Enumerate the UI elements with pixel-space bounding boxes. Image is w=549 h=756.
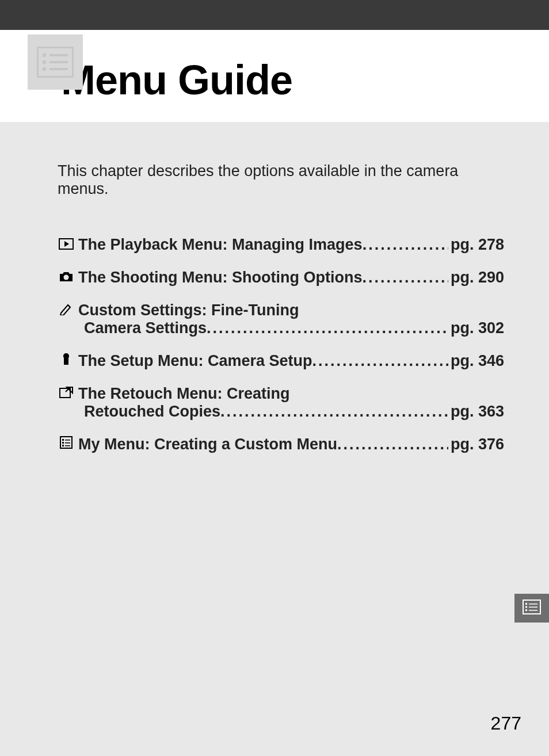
toc-page: pg. 346 [448,352,504,370]
toc-label-line2: Camera Settings [58,319,207,337]
menu-list-icon [523,600,541,617]
playback-icon [58,237,75,251]
svg-rect-17 [65,445,70,446]
svg-rect-1 [43,54,46,57]
pencil-icon [58,302,75,316]
wrench-icon [58,352,75,366]
toc-page: pg. 302 [448,319,504,337]
menu-list-icon [28,35,83,90]
toc-page: pg. 363 [448,403,504,421]
toc-item-shooting: The Shooting Menu: Shooting Options pg. … [58,269,504,287]
toc-dots [362,269,448,287]
svg-rect-16 [62,445,64,446]
toc-item-setup: The Setup Menu: Camera Setup pg. 346 [58,352,504,370]
svg-rect-2 [49,54,68,56]
svg-rect-24 [529,610,537,611]
svg-rect-13 [65,440,70,441]
toc-dots [312,352,448,370]
toc-page: pg. 290 [448,269,504,287]
toc-label: The Playback Menu: Managing Images [78,236,363,254]
toc-label: The Shooting Menu: Shooting Options [78,269,362,287]
svg-rect-19 [525,603,527,605]
retouch-icon [58,385,75,399]
svg-rect-21 [525,606,527,608]
section-tab [514,594,549,623]
chapter-title: Menu Guide [28,40,549,104]
svg-rect-4 [49,61,68,63]
toc-label-line2: Retouched Copies [58,403,220,421]
toc-label: The Setup Menu: Camera Setup [78,352,312,370]
svg-marker-8 [64,241,69,247]
svg-point-9 [64,275,69,280]
chapter-heading-block: Menu Guide [0,30,549,122]
svg-rect-23 [525,609,527,611]
toc-dots [220,403,448,421]
svg-rect-14 [62,442,64,444]
top-bar [0,0,549,30]
svg-rect-22 [529,607,537,608]
toc-page: pg. 376 [448,436,504,453]
toc-label: My Menu: Creating a Custom Menu [78,436,337,453]
toc-dots [337,436,448,453]
camera-icon [58,270,75,284]
page-number: 277 [491,713,521,734]
toc-label-line1: Custom Settings: Fine-Tuning [78,301,299,319]
svg-rect-6 [49,68,68,70]
toc-dots [363,236,448,254]
svg-rect-3 [43,60,46,64]
toc-label-line1: The Retouch Menu: Creating [78,385,290,403]
toc-item-my-menu: My Menu: Creating a Custom Menu pg. 376 [58,436,504,453]
toc-page: pg. 278 [448,236,504,254]
svg-rect-5 [43,67,46,71]
svg-rect-20 [529,604,537,605]
body-area: This chapter describes the options avail… [0,122,549,453]
toc-item-playback: The Playback Menu: Managing Images pg. 2… [58,236,504,254]
toc-item-retouch: The Retouch Menu: Creating Retouched Cop… [58,385,504,421]
table-of-contents: The Playback Menu: Managing Images pg. 2… [58,236,504,453]
svg-rect-15 [65,442,70,444]
toc-item-custom-settings: Custom Settings: Fine-Tuning Camera Sett… [58,301,504,337]
mymenu-icon [58,436,75,449]
svg-rect-12 [62,439,64,441]
toc-dots [207,319,448,337]
chapter-intro: This chapter describes the options avail… [58,162,504,198]
